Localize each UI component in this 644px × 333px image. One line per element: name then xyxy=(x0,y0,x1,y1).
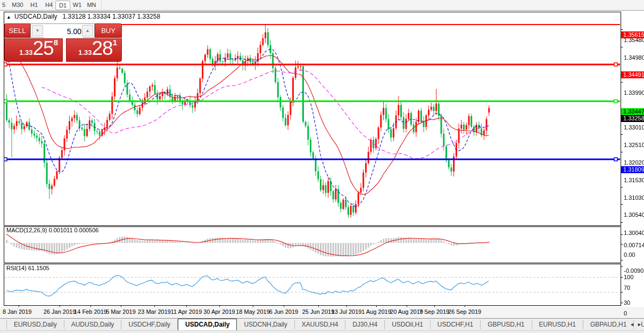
timeframe-button-m30[interactable]: M30 xyxy=(10,1,26,9)
macd-axis-tick: 0.00714 xyxy=(624,242,644,248)
sell-price-big: 25 xyxy=(33,38,54,59)
rsi-axis-tick: 100 xyxy=(624,274,633,280)
price-axis-tick: 1.30540 xyxy=(624,212,644,218)
tab-audusd-daily[interactable]: AUDUSD,Daily xyxy=(64,320,122,329)
sell-price-pip: 8 xyxy=(54,38,58,47)
buy-price-pip: 1 xyxy=(113,38,117,47)
macd-indicator-label: MACD(12,26,9) 0.001011 0.000506 xyxy=(6,227,98,233)
one-click-trading-panel: SELL ▼ ▲ BUY 1.33258 1.33281 xyxy=(4,23,122,62)
timeframe-button-h1[interactable]: H1 xyxy=(28,1,40,9)
chart-title: ▲USDCAD,Daily1.33128 1.33334 1.33037 1.3… xyxy=(6,13,160,20)
bottom-strip xyxy=(0,330,644,333)
price-axis-tick: 1.34980 xyxy=(624,54,644,61)
price-axis-tick: 1.30040 xyxy=(624,230,644,236)
timeframe-button-mn[interactable]: MN xyxy=(84,1,99,9)
tab-eurusd-daily[interactable]: EURUSD,Daily xyxy=(6,320,64,329)
tab-usdchf-h1[interactable]: USDCHF,H1 xyxy=(431,320,481,329)
toolbar-separator xyxy=(101,1,102,9)
buy-price-prefix: 1.33 xyxy=(78,48,92,56)
rsi-axis-tick: 70 xyxy=(624,285,630,291)
date-axis-label: 5 Mar 2019 xyxy=(106,308,136,315)
tab-scroll-left-icon[interactable]: ◄ xyxy=(630,322,634,327)
chart-window: ▲USDCAD,Daily1.33128 1.33334 1.33037 1.3… xyxy=(0,11,644,333)
price-level-badge: 1.33258 xyxy=(621,115,644,122)
date-axis-label: 23 Mar 2019 xyxy=(138,308,171,315)
timeframe-button-w1[interactable]: W1 xyxy=(70,1,84,9)
macd-axis-tick: 0.00 xyxy=(624,251,635,258)
date-axis-label: 1 Aug 2019 xyxy=(361,308,391,315)
tab-eurusd-h1[interactable]: EURUSD,H1 xyxy=(532,320,583,329)
tab-usdchf-daily[interactable]: USDCHF,Daily xyxy=(121,320,178,329)
tab-gbpusd-h1[interactable]: GBPUSD,H1 xyxy=(481,320,532,329)
chart-symbol-label: USDCAD,Daily xyxy=(14,13,57,20)
toolbar-separator xyxy=(52,1,53,9)
tab-dj30-h4[interactable]: DJ30,H4 xyxy=(345,320,385,329)
macd-axis-tick: -0.009015 xyxy=(624,267,644,274)
date-axis-label: 26 Jan 2019 xyxy=(44,308,76,315)
tab-usdoil-h1[interactable]: USDOil,H1 xyxy=(385,320,431,329)
sell-price-display[interactable]: 1.33258 xyxy=(4,38,63,62)
date-axis-label: 26 Sep 2019 xyxy=(448,308,481,315)
tab-usdcad-daily[interactable]: USDCAD,Daily xyxy=(178,319,237,330)
volume-input[interactable] xyxy=(44,25,82,38)
chart-tab-bar: EURUSD,DailyAUDUSD,DailyUSDCHF,DailyUSDC… xyxy=(0,318,644,330)
date-axis-label: 7 Sep 2019 xyxy=(419,308,449,315)
buy-button[interactable]: BUY xyxy=(95,23,122,38)
volume-decrease-button[interactable]: ▼ xyxy=(32,25,43,36)
price-axis-tick: 1.32020 xyxy=(624,159,644,166)
chart-ohlc-values: 1.33128 1.33334 1.33037 1.33258 xyxy=(63,13,161,20)
price-axis-tick: 1.33990 xyxy=(624,90,644,96)
timeframe-button-5[interactable]: 5 xyxy=(1,1,6,9)
rsi-axis-tick: 30 xyxy=(624,299,630,306)
volume-spinbox: ▼ ▲ xyxy=(30,23,95,38)
date-axis-label: 11 Apr 2019 xyxy=(171,308,202,315)
buy-price-display[interactable]: 1.33281 xyxy=(66,38,122,62)
price-level-badge: 1.33447 xyxy=(621,108,644,115)
volume-increase-button[interactable]: ▲ xyxy=(82,25,93,36)
date-axis-label: 14 Feb 2019 xyxy=(74,308,107,315)
trading-platform-window: 5M30H1H4D1W1MN ▲USDCAD,Daily1.33128 1.33… xyxy=(0,0,644,333)
tab-xauusd-h4[interactable]: XAUUSD,H4 xyxy=(295,320,346,329)
date-axis-label: 25 Jun 2019 xyxy=(302,308,335,315)
date-axis-label: 18 May 2019 xyxy=(236,308,270,315)
date-axis-label: 20 Aug 2019 xyxy=(390,308,423,315)
price-level-badge: 1.34491 xyxy=(621,71,644,78)
rsi-indicator-label: RSI(14) 61.1505 xyxy=(6,265,49,271)
price-axis-tick: 1.31530 xyxy=(624,177,644,183)
timeframe-toolbar: 5M30H1H4D1W1MN xyxy=(0,0,644,11)
buy-price-big: 28 xyxy=(92,38,113,59)
price-axis-tick: 1.33010 xyxy=(624,124,644,131)
date-axis-label: 13 Jul 2019 xyxy=(332,308,362,315)
date-axis-label: 6 Jun 2019 xyxy=(269,308,298,315)
sell-button[interactable]: SELL xyxy=(4,23,30,38)
trade-panel-top-row: SELL ▼ ▲ BUY xyxy=(4,23,122,38)
timeframe-button-d1[interactable]: D1 xyxy=(55,1,70,10)
date-axis-label: 30 Apr 2019 xyxy=(203,308,235,315)
price-level-badge: 1.31809 xyxy=(621,166,644,173)
sell-price-prefix: 1.33 xyxy=(19,48,32,56)
one-click-panel-toggle-icon[interactable]: ▲ xyxy=(6,14,11,20)
timeframe-button-h4[interactable]: H4 xyxy=(43,1,55,9)
tab-gbpaud-h1[interactable]: GBPAUD,H1 xyxy=(583,320,634,329)
date-axis[interactable]: 8 Jan 201926 Jan 201914 Feb 20195 Mar 20… xyxy=(0,307,644,318)
tab-usdcnh-daily[interactable]: USDCNH,Daily xyxy=(237,320,294,329)
rsi-axis-tick: 0 xyxy=(624,310,627,316)
price-axis-tick: 1.31030 xyxy=(624,194,644,201)
tab-scroll-right-icon[interactable]: ► xyxy=(637,322,642,327)
price-level-badge: 1.35615 xyxy=(621,31,644,38)
date-axis-label: 8 Jan 2019 xyxy=(3,308,31,315)
price-axis-tick: 1.32510 xyxy=(624,142,644,148)
trade-panel-price-row: 1.33258 1.33281 xyxy=(4,38,122,62)
